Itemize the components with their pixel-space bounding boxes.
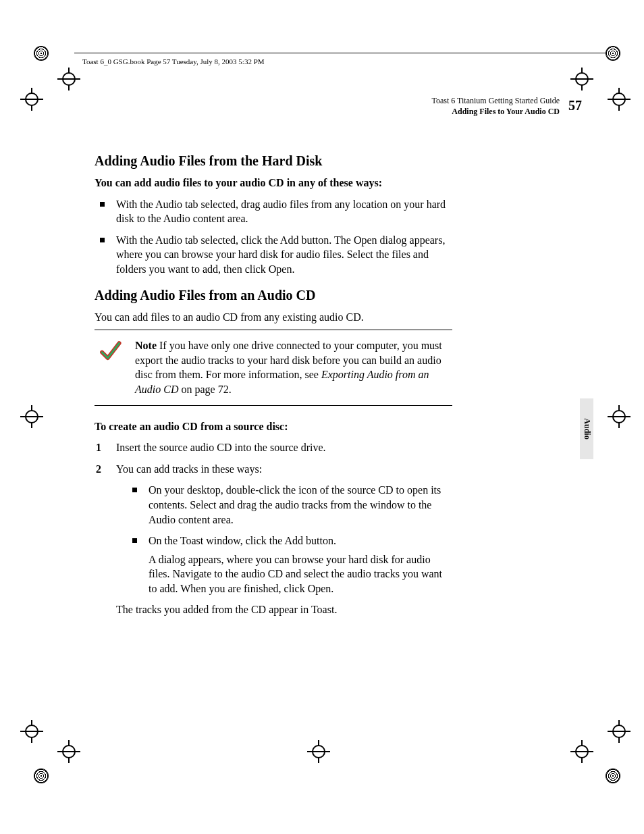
frame-line bbox=[74, 53, 617, 53]
crop-mark-icon bbox=[20, 720, 43, 743]
page-number: 57 bbox=[568, 98, 582, 113]
crop-mark-icon bbox=[57, 740, 80, 763]
list-item: With the Audio tab selected, drag audio … bbox=[95, 197, 452, 226]
registration-dot-icon bbox=[34, 46, 49, 61]
intro-hard-disk: You can add audio files to your audio CD… bbox=[95, 176, 452, 190]
substep-text: On the Toast window, click the Add butto… bbox=[149, 535, 336, 546]
crop-mark-icon bbox=[307, 740, 330, 763]
registration-dot-icon bbox=[606, 46, 620, 61]
step-item: Insert the source audio CD into the sour… bbox=[95, 440, 452, 455]
crop-mark-icon bbox=[608, 720, 630, 743]
note-label: Note bbox=[135, 340, 157, 351]
print-slug: Toast 6_0 GSG.book Page 57 Tuesday, July… bbox=[82, 57, 265, 66]
thumb-tab-label: Audio bbox=[582, 418, 592, 439]
list-hard-disk: With the Audio tab selected, drag audio … bbox=[95, 197, 452, 277]
crop-mark-icon bbox=[570, 740, 593, 763]
running-head: Toast 6 Titanium Getting Started Guide A… bbox=[432, 96, 560, 117]
body-column: Adding Audio Files from the Hard Disk Yo… bbox=[95, 145, 452, 624]
list-item: With the Audio tab selected, click the A… bbox=[95, 233, 452, 277]
closing-text: The tracks you added from the CD appear … bbox=[116, 602, 452, 617]
note-block: Note If you have only one drive connecte… bbox=[95, 330, 452, 405]
crop-mark-icon bbox=[608, 88, 630, 111]
checkmark-icon bbox=[99, 340, 122, 363]
note-body-tail: on page 72. bbox=[178, 384, 231, 395]
substep-follow: A dialog appears, where you can browse y… bbox=[149, 552, 452, 596]
substeps: On your desktop, double-click the icon o… bbox=[127, 483, 452, 596]
step-text: Insert the source audio CD into the sour… bbox=[116, 442, 326, 453]
registration-dot-icon bbox=[606, 768, 620, 783]
step-text: You can add tracks in these ways: bbox=[116, 463, 262, 475]
crop-mark-icon bbox=[20, 88, 43, 111]
task-steps: Insert the source audio CD into the sour… bbox=[95, 440, 452, 617]
crop-mark-icon bbox=[57, 68, 80, 90]
crop-mark-icon bbox=[20, 405, 43, 428]
step-item: You can add tracks in these ways: On you… bbox=[95, 462, 452, 617]
heading-audio-cd: Adding Audio Files from an Audio CD bbox=[95, 286, 452, 305]
registration-dot-icon bbox=[34, 768, 49, 783]
running-head-section: Adding Files to Your Audio CD bbox=[432, 107, 560, 118]
crop-mark-icon bbox=[570, 68, 593, 90]
crop-mark-icon bbox=[608, 405, 630, 428]
running-head-guide: Toast 6 Titanium Getting Started Guide bbox=[432, 96, 560, 107]
task-lead: To create an audio CD from a source disc… bbox=[95, 419, 452, 434]
thumb-tab: Audio bbox=[580, 398, 593, 459]
intro-audio-cd: You can add files to an audio CD from an… bbox=[95, 310, 452, 325]
list-item: On the Toast window, click the Add butto… bbox=[127, 533, 452, 596]
heading-hard-disk: Adding Audio Files from the Hard Disk bbox=[95, 152, 452, 170]
list-item: On your desktop, double-click the icon o… bbox=[127, 483, 452, 527]
